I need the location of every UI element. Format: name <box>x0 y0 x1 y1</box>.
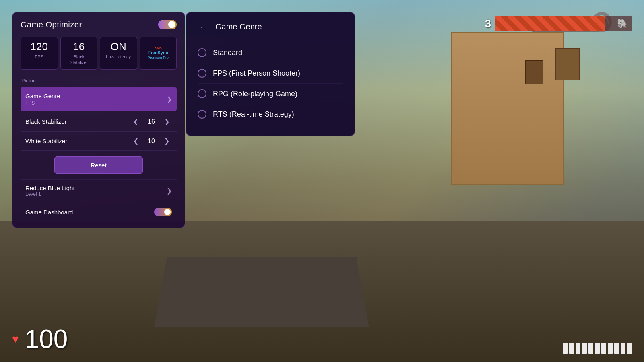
game-dashboard-toggle[interactable] <box>154 208 172 216</box>
black-stabilizer-stat[interactable]: 16 Black Stabilizer <box>60 37 98 70</box>
hud-bottom-left: ♥ 100 <box>12 324 68 354</box>
game-genre-subtitle: FPS <box>25 100 60 106</box>
bullet-pip <box>563 343 568 354</box>
genre-option-standard[interactable]: Standard <box>198 43 343 63</box>
bullet-pip <box>608 343 613 354</box>
game-genre-right: ❯ <box>167 95 172 103</box>
hud-top-right: 3 🐘 <box>485 16 632 31</box>
game-dashboard-row[interactable]: Game Dashboard <box>21 202 177 218</box>
genre-label-rpg: RPG (Role-playing Game) <box>213 90 297 98</box>
picture-section-label: Picture <box>21 78 177 84</box>
bullet-pip <box>621 343 625 354</box>
game-genre-title: Game Genre <box>25 93 60 99</box>
panel-title: Game Optimizer <box>21 20 82 29</box>
popup-title: Game Genre <box>215 22 262 31</box>
bullet-pip <box>595 343 600 354</box>
fps-label: FPS <box>24 54 54 60</box>
fps-value: 120 <box>24 41 54 53</box>
radio-rts <box>198 110 206 119</box>
health-icon: 🐘 <box>617 19 628 29</box>
low-latency-stat[interactable]: ON Low Latency <box>100 37 137 70</box>
optimizer-panel: Game Optimizer 120 FPS 16 Black Stabiliz… <box>12 12 185 228</box>
white-stabilizer-val: 10 <box>147 138 156 145</box>
white-stabilizer-controls: ❮ 10 ❯ <box>131 136 172 146</box>
reduce-blue-light-left: Reduce Blue Light Level 1 <box>25 185 75 197</box>
optimizer-toggle[interactable] <box>158 20 177 29</box>
popup-header: ← Game Genre <box>198 21 343 33</box>
panel-header: Game Optimizer <box>21 20 177 29</box>
game-dashboard-label: Game Dashboard <box>25 209 73 216</box>
health-bar-fill <box>495 16 605 31</box>
genre-option-rts[interactable]: RTS (Real-time Strategy) <box>198 104 343 124</box>
stats-row: 120 FPS 16 Black Stabilizer ON Low Laten… <box>21 37 177 70</box>
black-stabilizer-val: 16 <box>147 118 156 125</box>
genre-popup: ← Game Genre Standard FPS (First Person … <box>186 12 355 136</box>
health-bar-bg <box>495 16 632 31</box>
freesync-name: FreeSync <box>148 50 168 56</box>
reduce-blue-light-item[interactable]: Reduce Blue Light Level 1 ❯ <box>21 179 177 202</box>
game-genre-left: Game Genre FPS <box>25 93 60 106</box>
black-stabilizer-row: Black Stabilizer ❮ 16 ❯ <box>21 112 177 132</box>
radio-fps <box>198 69 206 78</box>
reset-button[interactable]: Reset <box>54 156 143 174</box>
bullet-pip <box>588 343 593 354</box>
hud-bottom-right <box>563 343 632 354</box>
heart-icon: ♥ <box>12 333 19 346</box>
white-stabilizer-row: White Stabilizer ❮ 10 ❯ <box>21 132 177 151</box>
amd-logo: AMD <box>155 47 162 50</box>
ammo-counter: 3 <box>485 17 491 30</box>
reduce-blue-light-subtitle: Level 1 <box>25 191 75 197</box>
black-stabilizer-value: 16 <box>64 41 94 53</box>
black-stabilizer-controls: ❮ 16 ❯ <box>131 117 172 126</box>
white-stabilizer-decrement[interactable]: ❮ <box>131 136 141 146</box>
genre-label-fps: FPS (First Person Shooter) <box>213 69 300 78</box>
white-stabilizer-increment[interactable]: ❯ <box>162 136 172 146</box>
low-latency-label: Low Latency <box>103 54 134 60</box>
black-stabilizer-decrement[interactable]: ❮ <box>131 117 141 126</box>
freesync-sub: Premium Pro <box>147 56 169 60</box>
bullet-pip <box>627 343 632 354</box>
reduce-blue-light-title: Reduce Blue Light <box>25 185 75 191</box>
black-stabilizer-row-label: Black Stabilizer <box>25 118 67 125</box>
fps-stat[interactable]: 120 FPS <box>21 37 58 70</box>
bullet-pip <box>569 343 574 354</box>
genre-option-rpg[interactable]: RPG (Role-playing Game) <box>198 84 343 104</box>
back-arrow-button[interactable]: ← <box>198 21 209 33</box>
black-stabilizer-label: Black Stabilizer <box>64 54 94 66</box>
low-latency-value: ON <box>103 41 134 53</box>
game-genre-menu-item[interactable]: Game Genre FPS ❯ <box>21 87 177 111</box>
genre-label-rts: RTS (Real-time Strategy) <box>213 110 294 119</box>
radio-standard <box>198 48 206 57</box>
bullet-pip <box>601 343 606 354</box>
health-bar: 🐘 <box>495 16 632 31</box>
bullet-pip <box>576 343 580 354</box>
bullet-pip <box>582 343 587 354</box>
freesync-stat[interactable]: AMD FreeSync Premium Pro <box>140 37 177 70</box>
genre-option-fps[interactable]: FPS (First Person Shooter) <box>198 63 343 84</box>
white-stabilizer-row-label: White Stabilizer <box>25 138 67 144</box>
radio-rpg <box>198 89 206 98</box>
reduce-blue-light-chevron: ❯ <box>167 187 172 195</box>
hp-value: 100 <box>25 324 68 354</box>
game-genre-chevron: ❯ <box>167 95 172 103</box>
genre-label-standard: Standard <box>213 49 242 57</box>
bullets-bar <box>563 343 632 354</box>
black-stabilizer-increment[interactable]: ❯ <box>162 117 172 126</box>
bullet-pip <box>614 343 619 354</box>
